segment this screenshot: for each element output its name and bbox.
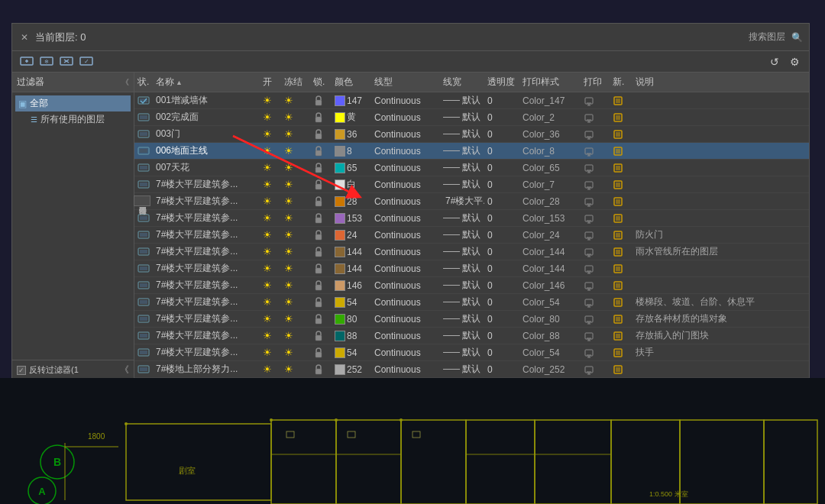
new-layer-button[interactable] [18, 53, 35, 70]
td-lock[interactable] [310, 280, 332, 291]
td-plot-style[interactable]: Color_28 [519, 196, 581, 207]
table-row[interactable]: 7#楼大平层建筑参... ☀ ☀ 54 Continuous 默认 0 Colo… [134, 294, 809, 311]
td-linetype[interactable]: Continuous [371, 213, 440, 224]
td-new[interactable] [610, 129, 632, 140]
refresh-button[interactable]: ↺ [766, 53, 783, 70]
td-lineweight[interactable]: 默认 [440, 296, 484, 309]
th-on[interactable]: 开 [260, 76, 281, 89]
table-row[interactable]: 7#楼大平层建筑参... ☀ ☀ 白 Continuous 默认 0 Color… [134, 176, 809, 193]
td-lineweight[interactable]: 默认 [440, 111, 484, 124]
td-linetype[interactable]: Continuous [371, 230, 440, 241]
th-plot[interactable]: 打印 [581, 76, 610, 89]
table-body[interactable]: 001增减墙体 ☀ ☀ 147 Continuous 默认 0 Color_14… [134, 92, 809, 380]
side-management-tab[interactable]: 图层特性管理器 [134, 195, 150, 206]
td-lineweight[interactable]: 默认 [440, 262, 484, 275]
td-color[interactable]: 147 [332, 95, 371, 106]
td-on[interactable]: ☀ [260, 246, 281, 257]
th-lock[interactable]: 锁. [310, 76, 332, 89]
td-lineweight[interactable]: 7#楼大平... [440, 195, 484, 208]
th-name[interactable]: 名称 ▲ [153, 76, 260, 89]
td-plot-style[interactable]: Color_153 [519, 213, 581, 224]
td-color[interactable]: 146 [332, 280, 371, 291]
td-lock[interactable] [310, 179, 332, 190]
td-lock[interactable] [310, 196, 332, 207]
td-freeze[interactable]: ☀ [281, 212, 310, 224]
td-plot-style[interactable]: Color_144 [519, 247, 581, 257]
td-on[interactable]: ☀ [260, 111, 281, 123]
td-on[interactable]: ☀ [260, 263, 281, 274]
td-new[interactable] [610, 230, 632, 241]
td-linetype[interactable]: Continuous [371, 129, 440, 140]
th-description[interactable]: 说明 [632, 76, 755, 89]
td-plot-style[interactable]: Color_65 [519, 163, 581, 173]
td-lock[interactable] [310, 213, 332, 224]
td-new[interactable] [610, 314, 632, 325]
td-color[interactable]: 144 [332, 247, 371, 257]
td-lineweight[interactable]: 默认 [440, 363, 484, 376]
td-plot[interactable] [581, 314, 610, 325]
td-linetype[interactable]: Continuous [371, 196, 440, 207]
table-row[interactable]: 003门 ☀ ☀ 36 Continuous 默认 0 Color_36 [134, 126, 809, 143]
new-layer-frozen-button[interactable]: ❄ [38, 53, 55, 70]
td-plot[interactable] [581, 112, 610, 123]
td-on[interactable]: ☀ [260, 128, 281, 140]
table-row[interactable]: 001增减墙体 ☀ ☀ 147 Continuous 默认 0 Color_14… [134, 92, 809, 109]
th-lineweight[interactable]: 线宽 [440, 76, 484, 89]
td-color[interactable]: 54 [332, 347, 371, 358]
delete-layer-button[interactable] [58, 53, 75, 70]
td-plot-style[interactable]: Color_147 [519, 95, 581, 106]
th-new[interactable]: 新. [610, 76, 632, 89]
td-color[interactable]: 88 [332, 331, 371, 341]
td-linetype[interactable]: Continuous [371, 314, 440, 325]
td-linetype[interactable]: Continuous [371, 146, 440, 157]
td-lock[interactable] [310, 331, 332, 341]
td-new[interactable] [610, 163, 632, 173]
td-plot-style[interactable]: Color_54 [519, 297, 581, 308]
td-freeze[interactable]: ☀ [281, 162, 310, 173]
td-new[interactable] [610, 331, 632, 341]
td-linetype[interactable]: Continuous [371, 263, 440, 274]
td-freeze[interactable]: ☀ [281, 229, 310, 241]
td-color[interactable]: 65 [332, 163, 371, 173]
td-plot-style[interactable]: Color_8 [519, 146, 581, 157]
td-plot-style[interactable]: Color_24 [519, 230, 581, 241]
td-freeze[interactable]: ☀ [281, 363, 310, 375]
td-new[interactable] [610, 364, 632, 375]
td-linetype[interactable]: Continuous [371, 163, 440, 173]
td-linetype[interactable]: Continuous [371, 179, 440, 190]
td-color[interactable]: 36 [332, 129, 371, 140]
filter-item-all[interactable]: ▣ 全部 [15, 95, 131, 111]
td-new[interactable] [610, 196, 632, 207]
table-row[interactable]: 7#楼大平层建筑参... ☀ ☀ 54 Continuous 默认 0 Colo… [134, 344, 809, 361]
td-lock[interactable] [310, 347, 332, 358]
th-linetype[interactable]: 线型 [371, 76, 440, 89]
td-linetype[interactable]: Continuous [371, 297, 440, 308]
filter-item-used[interactable]: ☰ 所有使用的图层 [28, 111, 131, 128]
td-plot[interactable] [581, 179, 610, 190]
table-row[interactable]: 7#楼大平层建筑参... ☀ ☀ 88 Continuous 默认 0 Colo… [134, 328, 809, 344]
td-new[interactable] [610, 213, 632, 224]
td-linetype[interactable]: Continuous [371, 364, 440, 375]
table-row[interactable]: 7#楼大平层建筑参... ☀ ☀ 144 Continuous 默认 0 Col… [134, 260, 809, 277]
td-lineweight[interactable]: 默认 [440, 128, 484, 141]
td-plot-style[interactable]: Color_36 [519, 129, 581, 140]
td-new[interactable] [610, 280, 632, 291]
td-color[interactable]: 8 [332, 146, 371, 157]
td-lineweight[interactable]: 默认 [440, 329, 484, 342]
td-plot[interactable] [581, 230, 610, 241]
th-plot-style[interactable]: 打印样式 [519, 76, 581, 89]
td-new[interactable] [610, 297, 632, 308]
table-row[interactable]: 7#楼大平层建筑参... ☀ ☀ 144 Continuous 默认 0 Col… [134, 244, 809, 260]
td-plot-style[interactable]: Color_80 [519, 314, 581, 325]
td-freeze[interactable]: ☀ [281, 195, 310, 207]
td-plot[interactable] [581, 163, 610, 173]
td-lock[interactable] [310, 247, 332, 257]
td-plot-style[interactable]: Color_88 [519, 331, 581, 341]
td-on[interactable]: ☀ [260, 212, 281, 224]
td-plot-style[interactable]: Color_252 [519, 364, 581, 375]
td-color[interactable]: 252 [332, 364, 371, 375]
th-freeze[interactable]: 冻结 [281, 76, 310, 89]
table-row[interactable]: 7#楼大平层建筑参... ☀ ☀ 24 Continuous 默认 0 Colo… [134, 227, 809, 244]
invert-checkbox[interactable]: ✓ [17, 366, 26, 375]
td-lineweight[interactable]: 默认 [440, 144, 484, 157]
